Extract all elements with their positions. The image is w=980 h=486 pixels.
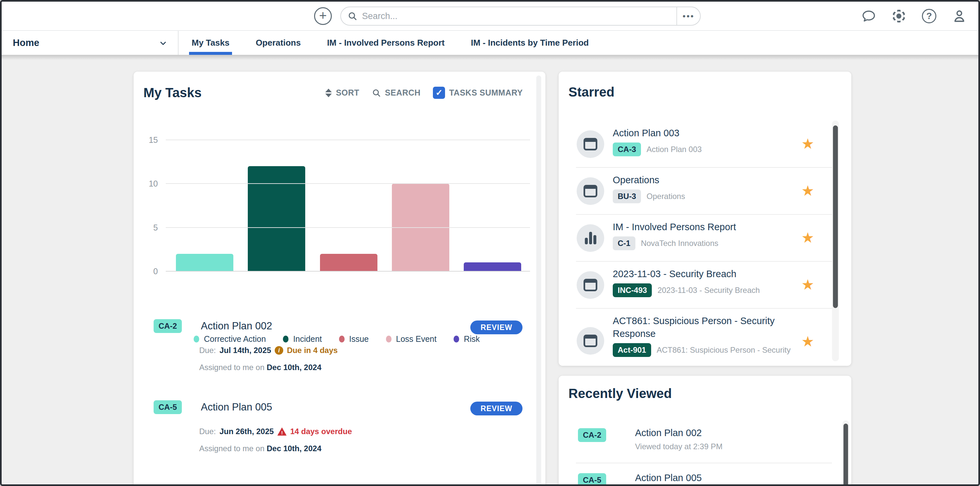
navbar: Home My TasksOperationsIM - Involved Per… (2, 31, 978, 55)
search-tasks-button[interactable]: SEARCH (372, 88, 421, 97)
search-input[interactable] (362, 11, 676, 21)
assigned-label: Assigned to me on (199, 363, 267, 372)
task-due-row: Due: Jun 26th, 2025!14 days overdue (199, 427, 352, 436)
item-badge: CA-5 (578, 473, 606, 486)
item-text: IM - Involved Persons ReportC-1NovaTech … (613, 221, 795, 250)
my-tasks-header: My Tasks SORT SEARCH (143, 85, 523, 100)
recently-viewed-scrollbar-thumb[interactable] (843, 424, 848, 486)
recent-item-ca-5[interactable]: CA-5Action Plan 005 (558, 463, 851, 486)
sort-button[interactable]: SORT (325, 88, 359, 97)
bar-incident[interactable] (248, 166, 305, 271)
starred-item-ca-3[interactable]: Action Plan 003CA-3Action Plan 003★ (558, 121, 851, 168)
recently-viewed-list: CA-2Action Plan 002Viewed today at 2:39 … (558, 418, 851, 486)
assigned-date: Dec 10th, 2024 (267, 363, 321, 372)
task-title[interactable]: Action Plan 005 (201, 401, 272, 413)
global-search-bar[interactable]: ••• (340, 6, 701, 25)
star-icon[interactable]: ★ (802, 231, 814, 245)
app-window: + ••• ? (0, 0, 980, 486)
axis-tick-label: 5 (143, 223, 158, 233)
task-assigned-row: Assigned to me on Dec 10th, 2024 (199, 444, 321, 453)
review-button[interactable]: REVIEW (470, 402, 522, 415)
my-tasks-panel: My Tasks SORT SEARCH (134, 72, 546, 486)
nav-tabs: My TasksOperationsIM - Involved Persons … (178, 31, 978, 55)
item-text: Action Plan 003CA-3Action Plan 003 (613, 127, 795, 156)
topbar-icons: ? (861, 2, 967, 30)
starred-item-inc-493[interactable]: 2023-11-03 - Security BreachINC-4932023-… (558, 262, 851, 309)
star-icon[interactable]: ★ (802, 137, 814, 151)
item-title[interactable]: Action Plan 005 (635, 473, 702, 483)
task-item-ca-2: CA-2Action Plan 002REVIEWDue: Jul 14th, … (143, 319, 530, 400)
topbar: + ••• ? (2, 2, 978, 30)
item-title[interactable]: Operations (613, 174, 795, 186)
item-text: ACT861: Suspicious Person - Security Res… (613, 315, 795, 357)
item-avatar (577, 177, 604, 205)
tab-operations[interactable]: Operations (243, 31, 314, 55)
item-meta: CA-3Action Plan 003 (613, 142, 795, 156)
chart-plot-area (166, 140, 530, 271)
star-icon[interactable]: ★ (802, 334, 814, 349)
settings-gear-icon[interactable] (891, 8, 907, 24)
item-description: NovaTech Innovations (641, 239, 718, 248)
item-meta: INC-4932023-11-03 - Security Breach (613, 284, 795, 297)
star-icon[interactable]: ★ (802, 183, 814, 198)
window-icon (584, 138, 597, 150)
tab-im-incidents-by-time-period[interactable]: IM - Incidents by Time Period (458, 31, 602, 55)
item-title[interactable]: IM - Involved Persons Report (613, 221, 795, 233)
bar-risk[interactable] (464, 262, 521, 271)
overdue-warning-icon: ! (277, 427, 286, 436)
axis-tick-label: 10 (143, 179, 158, 188)
my-tasks-scrollbar[interactable] (536, 75, 541, 486)
item-avatar (577, 224, 604, 252)
user-icon[interactable] (951, 8, 967, 24)
help-icon[interactable]: ? (921, 8, 937, 24)
due-status: Due in 4 days (287, 346, 338, 355)
recent-item-ca-2[interactable]: CA-2Action Plan 002Viewed today at 2:39 … (558, 418, 851, 463)
assigned-date: Dec 10th, 2024 (267, 444, 321, 453)
window-icon (584, 335, 597, 347)
home-dropdown[interactable]: Home (2, 31, 178, 55)
starred-item-bu-3[interactable]: OperationsBU-3Operations★ (558, 168, 851, 215)
chat-icon[interactable] (861, 8, 877, 24)
task-due-row: Due: Jul 14th, 2025iDue in 4 days (199, 346, 338, 355)
task-badge: CA-2 (154, 319, 182, 333)
item-meta: C-1NovaTech Innovations (613, 236, 795, 250)
task-title[interactable]: Action Plan 002 (201, 320, 272, 332)
item-title[interactable]: Action Plan 003 (613, 127, 795, 140)
chevron-down-icon (159, 39, 168, 48)
starred-panel: Starred Action Plan 003CA-3Action Plan 0… (558, 72, 851, 366)
task-assigned-row: Assigned to me on Dec 10th, 2024 (199, 363, 321, 372)
quick-add-button[interactable]: + (314, 7, 332, 25)
my-tasks-actions: SORT SEARCH ✓ TASKS SUMMARY (325, 87, 523, 99)
due-status: 14 days overdue (290, 427, 352, 436)
item-avatar (577, 271, 604, 299)
review-button[interactable]: REVIEW (470, 320, 522, 334)
search-options-button[interactable]: ••• (677, 7, 700, 25)
item-title[interactable]: 2023-11-03 - Security Breach (613, 268, 795, 280)
star-icon[interactable]: ★ (802, 277, 814, 292)
item-text: 2023-11-03 - Security BreachINC-4932023-… (613, 268, 795, 297)
gridline-5 (166, 227, 530, 228)
bar-corrective-action[interactable] (176, 254, 233, 271)
sort-icon (325, 89, 332, 97)
my-tasks-title: My Tasks (143, 85, 202, 100)
starred-item-c-1[interactable]: IM - Involved Persons ReportC-1NovaTech … (558, 215, 851, 262)
item-badge: INC-493 (613, 284, 652, 297)
bar-chart-icon (585, 232, 597, 244)
window-icon (584, 279, 597, 291)
item-meta: BU-3Operations (613, 190, 795, 203)
gridline-15 (166, 140, 530, 140)
tab-im-involved-persons-report[interactable]: IM - Involved Persons Report (314, 31, 458, 55)
item-avatar (577, 327, 604, 355)
bar-issue[interactable] (320, 254, 377, 271)
task-item-ca-5: CA-5Action Plan 005REVIEWDue: Jun 26th, … (143, 400, 530, 481)
item-title[interactable]: Action Plan 002 (635, 427, 702, 438)
starred-item-act-901[interactable]: ACT861: Suspicious Person - Security Res… (558, 309, 851, 366)
task-list: CA-2Action Plan 002REVIEWDue: Jul 14th, … (143, 319, 530, 481)
tasks-summary-checkbox[interactable]: ✓ (433, 87, 445, 99)
item-title[interactable]: ACT861: Suspicious Person - Security Res… (613, 315, 795, 340)
tasks-summary-toggle[interactable]: ✓ TASKS SUMMARY (433, 87, 523, 99)
tab-my-tasks[interactable]: My Tasks (178, 31, 243, 55)
item-viewed-time: Viewed today at 2:39 PM (635, 442, 722, 451)
page-body: My Tasks SORT SEARCH (2, 55, 978, 484)
starred-scrollbar-thumb[interactable] (833, 126, 838, 308)
